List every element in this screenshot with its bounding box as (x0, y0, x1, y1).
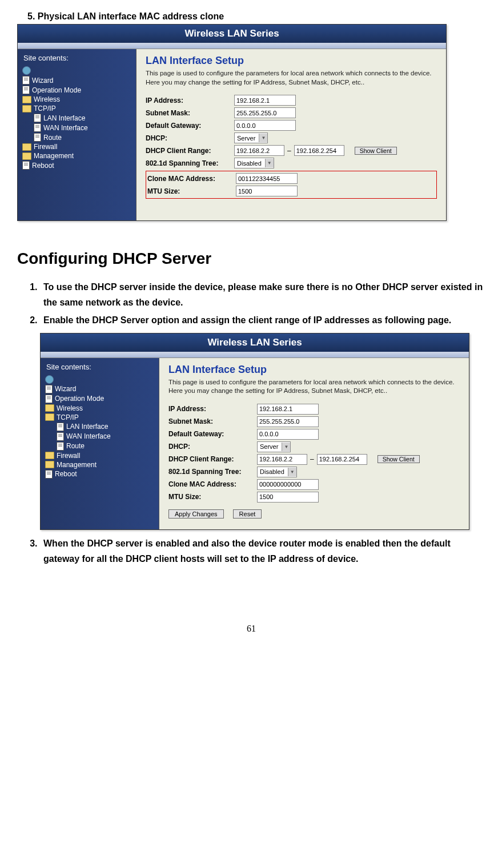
dhcp-select[interactable]: Server▼ (257, 441, 291, 452)
tree-item-route[interactable]: Route (34, 132, 132, 142)
tree-label: LAN Interface (43, 114, 85, 122)
tree-item-route[interactable]: Route (57, 441, 155, 451)
doc-icon (57, 442, 64, 451)
tree-item-firewall[interactable]: Firewall (21, 142, 132, 151)
label-mtu: MTU Size: (168, 493, 257, 501)
chevron-down-icon: ▼ (265, 159, 274, 167)
tree-item-wizard[interactable]: Wizard (21, 75, 132, 85)
doc-icon (45, 395, 53, 403)
tree-item-wireless[interactable]: Wireless (21, 95, 132, 104)
tree-item-management[interactable]: Management (21, 151, 132, 160)
tree-item-laninterface[interactable]: LAN Interface (57, 422, 155, 432)
chevron-down-icon: ▼ (282, 443, 290, 451)
tree-label: Operation Mode (32, 86, 81, 94)
steps-list-cont: When the DHCP server is enabled and also… (17, 536, 485, 566)
label-gateway: Default Gateway: (168, 430, 257, 438)
tree-item-laninterface[interactable]: LAN Interface (34, 113, 132, 123)
ip-input[interactable] (234, 95, 296, 106)
tree-item-wireless[interactable]: Wireless (44, 404, 155, 413)
select-value: Disabled (260, 468, 284, 475)
dhcp-select[interactable]: Server▼ (234, 132, 268, 143)
subnet-input[interactable] (234, 107, 296, 118)
dash: – (310, 455, 314, 463)
label-subnet: Subnet Mask: (146, 109, 234, 117)
clone-mac-input[interactable] (257, 479, 319, 490)
tree-item-opmode[interactable]: Operation Mode (44, 394, 155, 404)
sidebar-title: Site contents: (21, 54, 132, 62)
apply-button[interactable]: Apply Changes (168, 509, 224, 519)
steps-list: To use the DHCP server inside the device… (17, 279, 485, 328)
screenshot-1: Wireless LAN Series Site contents: Wizar… (17, 24, 447, 221)
chevron-down-icon: ▼ (288, 468, 296, 476)
doc-icon (57, 432, 64, 441)
tree-item-globe[interactable] (44, 375, 155, 384)
doc-icon (45, 470, 53, 479)
dash: – (287, 147, 291, 155)
tree-item-waninterface[interactable]: WAN Interface (34, 123, 132, 132)
tree-label: Reboot (55, 470, 77, 478)
label-mtu: MTU Size: (147, 187, 236, 195)
mtu-input[interactable] (236, 186, 298, 196)
range-start-input[interactable] (257, 454, 307, 465)
show-client-button[interactable]: Show Client (355, 147, 397, 155)
label-subnet: Subnet Mask: (168, 417, 257, 425)
subnet-input[interactable] (257, 416, 319, 427)
panel-description: This page is used to configure the param… (168, 378, 460, 396)
tree-item-tcpip[interactable]: TCP/IP (21, 104, 132, 113)
label-spanning: 802.1d Spanning Tree: (146, 159, 234, 167)
spanning-select[interactable]: Disabled▼ (257, 467, 297, 477)
range-start-input[interactable] (234, 145, 284, 156)
doc-icon (57, 423, 64, 431)
shot-title: Wireless LAN Series (41, 333, 469, 352)
tree-item-management[interactable]: Management (44, 460, 155, 469)
step-3: When the DHCP server is enabled and also… (40, 536, 485, 566)
mtu-input[interactable] (257, 492, 319, 503)
tree-label: TCP/IP (57, 413, 79, 421)
gateway-input[interactable] (257, 429, 319, 440)
tree-label: Route (66, 442, 85, 450)
label-ip: IP Address: (168, 405, 257, 413)
tree-item-reboot[interactable]: Reboot (44, 469, 155, 479)
folder-icon (45, 461, 54, 468)
folder-icon (22, 96, 31, 103)
globe-icon (45, 375, 54, 384)
tree-label: LAN Interface (66, 423, 108, 431)
label-clone: Clone MAC Address: (147, 175, 236, 183)
tree-label: Wireless (34, 95, 60, 103)
label-dhcp: DHCP: (146, 134, 234, 142)
gateway-input[interactable] (234, 120, 296, 131)
tree-label: Route (43, 134, 62, 142)
tree-label: WAN Interface (43, 124, 88, 132)
panel-title: LAN Interface Setup (168, 364, 460, 376)
label-clone: Clone MAC Address: (168, 480, 257, 488)
screenshot-2: Wireless LAN Series Site contents: Wizar… (40, 333, 469, 530)
doc-icon (34, 123, 41, 132)
panel-description: This page is used to configure the param… (146, 69, 437, 87)
tree-item-wizard[interactable]: Wizard (44, 384, 155, 394)
doc-icon (34, 114, 41, 122)
tree-item-firewall[interactable]: Firewall (44, 451, 155, 460)
highlight-box: Clone MAC Address: MTU Size: (146, 171, 437, 199)
range-end-input[interactable] (317, 454, 367, 465)
spanning-select[interactable]: Disabled▼ (234, 158, 274, 168)
tree-item-waninterface[interactable]: WAN Interface (57, 432, 155, 441)
tree-item-opmode[interactable]: Operation Mode (21, 85, 132, 95)
step-2: Enable the DHCP Server option and assign… (40, 312, 485, 328)
tree-label: Operation Mode (55, 395, 104, 403)
range-end-input[interactable] (294, 145, 344, 156)
tree-item-wizard[interactable] (21, 66, 132, 75)
tree-item-reboot[interactable]: Reboot (21, 160, 132, 170)
doc-icon (45, 385, 53, 393)
label-dhcp: DHCP: (168, 443, 257, 451)
step-1: To use the DHCP server inside the device… (40, 279, 485, 310)
reset-button[interactable]: Reset (233, 509, 262, 519)
folder-open-icon (22, 105, 31, 112)
ip-input[interactable] (257, 404, 319, 415)
folder-open-icon (45, 413, 54, 421)
show-client-button[interactable]: Show Client (377, 455, 420, 463)
clone-mac-input[interactable] (236, 173, 298, 184)
tree-item-tcpip[interactable]: TCP/IP (44, 413, 155, 422)
folder-icon (22, 143, 31, 151)
tree-label: TCP/IP (34, 105, 56, 112)
header-strip (18, 43, 446, 49)
